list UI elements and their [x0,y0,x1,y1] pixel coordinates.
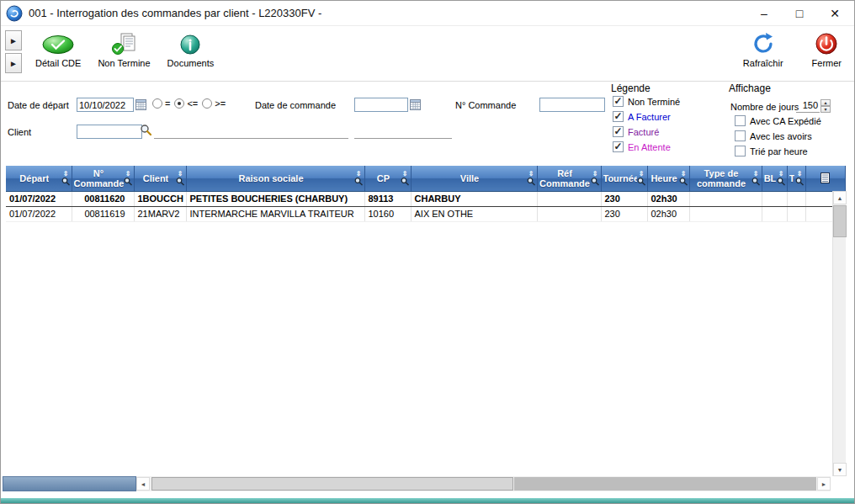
documents-button[interactable]: Documents [163,30,219,70]
column-header-r-f-commande[interactable]: Réf Commande⇕ [537,166,601,191]
vertical-scrollbar[interactable]: ▲ ▼ [832,191,846,476]
grid-row-selected[interactable]: 01/07/2022008116201BOUCCHPETITES BOUCHER… [6,191,846,206]
operator-option-[interactable]: <= [174,98,198,109]
nombre-jours-value[interactable]: 150 [796,100,820,113]
horizontal-scrollbar[interactable]: ◄ ► [136,476,831,491]
radio-icon[interactable] [174,98,184,109]
vertical-scroll-thumb[interactable] [833,205,847,237]
grid-cell[interactable]: 10160 [364,206,411,221]
sort-icon[interactable]: ⇕ [681,170,687,177]
checkbox-tri-par-heure[interactable] [735,146,746,157]
filter-icon[interactable] [591,177,600,186]
checkbox-non-termin[interactable]: ✓ [613,96,624,107]
radio-icon[interactable] [152,98,162,109]
grid-cell[interactable]: 01/07/2022 [6,191,72,206]
sort-icon[interactable]: ⇕ [178,170,183,177]
nav-next-button[interactable]: ► [5,30,22,50]
grid-cell[interactable]: 230 [601,206,647,221]
sort-icon[interactable]: ⇕ [125,170,131,177]
grid-cell[interactable]: 02h30 [647,191,689,206]
filter-icon[interactable] [176,177,185,186]
filter-icon[interactable] [777,177,786,186]
column-header-bl[interactable]: BL⇕ [762,166,787,191]
client-input[interactable] [77,125,142,139]
spinner-down-icon[interactable]: ▾ [820,106,831,113]
filter-icon[interactable] [751,177,761,186]
filter-icon[interactable] [354,177,364,186]
column-header-tourn-e[interactable]: Tournée⇕ [601,166,647,191]
grid-cell[interactable]: INTERMARCHE MARVILLA TRAITEUR [186,206,364,221]
grid-cell[interactable] [762,191,787,206]
column-chooser-icon[interactable] [820,172,830,183]
column-header-type-de-commande[interactable]: Type de commande⇕ [689,166,762,191]
column-menu-header[interactable] [805,166,846,191]
date-commande-input[interactable] [354,98,408,112]
operator-option-[interactable]: >= [202,98,226,109]
scroll-right-icon[interactable]: ► [817,477,831,491]
calendar-icon[interactable] [135,98,147,111]
grid-cell[interactable]: 00811619 [72,206,134,221]
sort-icon[interactable]: ⇕ [528,170,534,177]
operator-option-[interactable]: = [152,98,170,109]
checkbox-en-attente[interactable]: ✓ [613,141,624,152]
column-header-t[interactable]: T⇕ [787,166,805,191]
spinner-up-icon[interactable]: ▴ [820,99,831,106]
horizontal-scroll-track[interactable] [514,477,816,491]
sort-icon[interactable]: ⇕ [778,170,784,177]
calendar-icon[interactable] [409,98,422,111]
date-depart-input[interactable] [77,98,134,112]
grid-cell[interactable]: 02h30 [647,206,689,221]
column-header-ville[interactable]: Ville⇕ [411,166,537,191]
filter-icon[interactable] [401,177,410,186]
scroll-left-icon[interactable]: ◄ [136,477,150,491]
column-header-cp[interactable]: CP⇕ [364,166,411,191]
grid-cell[interactable] [689,206,762,221]
checkbox-a-facturer[interactable]: ✓ [613,111,624,122]
grid-row[interactable]: 01/07/20220081161921MARV2INTERMARCHE MAR… [6,206,846,221]
grid-cell[interactable]: CHARBUY [411,191,537,206]
checkbox-avec-ca-exp-di[interactable] [735,115,746,126]
filter-icon[interactable] [527,177,536,186]
detail-cde-button[interactable]: Détail CDE [31,30,85,70]
radio-icon[interactable] [202,98,212,109]
checkbox-factur[interactable]: ✓ [613,126,624,137]
client-name-field[interactable] [154,125,348,139]
non-termine-button[interactable]: Non Termine [93,30,154,70]
filter-icon[interactable] [124,177,133,186]
grid-cell[interactable]: AIX EN OTHE [411,206,537,221]
num-commande-input[interactable] [539,98,605,112]
sort-icon[interactable]: ⇕ [402,170,408,177]
grid-cell[interactable]: 01/07/2022 [6,206,72,221]
minimize-button[interactable]: – [746,2,782,25]
sort-icon[interactable]: ⇕ [753,170,759,177]
filter-icon[interactable] [61,177,71,186]
column-header-d-part[interactable]: Départ⇕ [6,166,72,191]
grid-cell[interactable]: 00811620 [72,191,134,206]
sort-icon[interactable]: ⇕ [639,170,645,177]
grid-cell[interactable] [762,206,787,221]
grid-cell[interactable]: 89113 [364,191,411,206]
checkbox-avec-les-avoirs[interactable] [735,130,746,141]
filter-icon[interactable] [679,177,688,186]
scroll-up-icon[interactable]: ▲ [833,191,847,204]
sort-icon[interactable]: ⇕ [797,170,803,177]
sort-icon[interactable]: ⇕ [592,170,598,177]
grid-cell[interactable] [787,206,805,221]
filter-icon[interactable] [795,177,805,186]
maximize-button[interactable]: □ [782,2,817,25]
column-header-heure[interactable]: Heure⇕ [647,166,689,191]
grid-cell[interactable] [537,191,601,206]
filter-icon[interactable] [637,177,646,186]
nav-next-button-2[interactable]: ► [5,53,22,73]
client-search-icon[interactable] [140,124,152,136]
column-header-client[interactable]: Client⇕ [134,166,186,191]
client-extra-field[interactable] [354,125,452,139]
sort-icon[interactable]: ⇕ [356,170,362,177]
rafraichir-button[interactable]: Rafraîchir [739,30,788,70]
grid-cell[interactable] [787,191,805,206]
grid-cell[interactable]: 230 [601,191,647,206]
close-button[interactable]: ✕ [817,2,852,25]
horizontal-scroll-thumb[interactable] [151,477,513,491]
fermer-button[interactable]: Fermer [808,30,846,70]
grid-cell[interactable] [689,191,762,206]
